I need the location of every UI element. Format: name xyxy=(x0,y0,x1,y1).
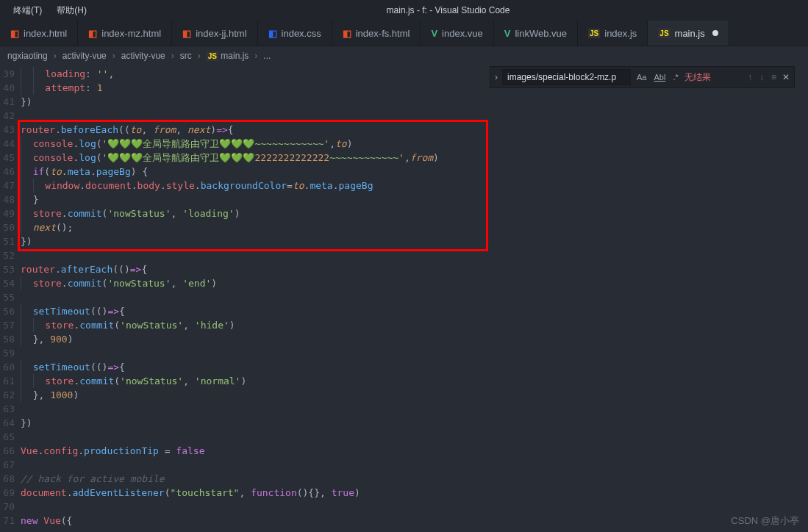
tab-index-css[interactable]: ◧index.css xyxy=(258,21,332,46)
code-line[interactable]: store.commit('nowStatus', 'hide') xyxy=(21,318,808,332)
line-number: 58 xyxy=(0,332,15,346)
html-icon: ◧ xyxy=(343,28,351,39)
line-number: 61 xyxy=(0,374,15,388)
editor[interactable]: 3940414243444546474849505152535455565758… xyxy=(0,65,808,532)
menu-terminal[interactable]: 终端(T) xyxy=(6,4,49,17)
code-line[interactable] xyxy=(21,458,808,472)
code-line[interactable]: window.document.body.style.backgroundCol… xyxy=(21,179,808,193)
code-line[interactable]: Vue.config.productionTip = false xyxy=(21,444,808,458)
line-number: 43 xyxy=(0,123,15,137)
line-number: 39 xyxy=(0,67,15,81)
code-line[interactable]: new Vue({ xyxy=(21,514,808,528)
find-word-icon[interactable]: Abl xyxy=(652,73,667,82)
code-line[interactable]: }, 1000) xyxy=(21,388,808,402)
code-line[interactable] xyxy=(21,500,808,514)
line-number: 40 xyxy=(0,81,15,95)
line-number: 62 xyxy=(0,388,15,402)
code-line[interactable]: store.commit('nowStatus', 'normal') xyxy=(21,374,808,388)
line-number: 70 xyxy=(0,500,15,514)
tab-index-jj-html[interactable]: ◧index-jj.html xyxy=(172,21,257,46)
breadcrumb-part[interactable]: ngxiaoting xyxy=(7,51,48,61)
breadcrumb-part[interactable]: src xyxy=(180,51,192,61)
tab-label: linkWeb.vue xyxy=(515,28,567,39)
tab-label: index-jj.html xyxy=(196,28,246,39)
line-number: 66 xyxy=(0,444,15,458)
menubar: 终端(T) 帮助(H) main.js - f: - Visual Studio… xyxy=(0,0,808,21)
tab-index-fs-html[interactable]: ◧index-fs.html xyxy=(332,21,421,46)
line-number: 52 xyxy=(0,248,15,262)
find-regex-icon[interactable]: .* xyxy=(671,73,679,82)
line-number: 71 xyxy=(0,514,15,528)
code-line[interactable] xyxy=(21,109,808,123)
code-area[interactable]: loading: '', attempt: 1})router.beforeEa… xyxy=(21,65,808,532)
find-selection-icon[interactable]: ≡ xyxy=(770,72,778,82)
breadcrumb-sep: › xyxy=(198,51,201,61)
tab-index-mz-html[interactable]: ◧index-mz.html xyxy=(78,21,172,46)
code-line[interactable]: next(); xyxy=(21,220,808,234)
breadcrumb-part[interactable]: activity-vue xyxy=(62,51,107,61)
breadcrumb[interactable]: ngxiaoting›activity-vue›activity-vue›src… xyxy=(0,46,808,65)
tab-label: index-fs.html xyxy=(356,28,410,39)
tab-index-html[interactable]: ◧index.html xyxy=(0,21,78,46)
find-close-icon[interactable]: ✕ xyxy=(782,72,790,82)
breadcrumb-part[interactable]: JS main.js xyxy=(207,51,249,61)
code-line[interactable]: } xyxy=(21,193,808,206)
code-line[interactable]: // hack for active mobile xyxy=(21,472,808,486)
line-number: 50 xyxy=(0,220,15,234)
html-icon: ◧ xyxy=(10,28,19,39)
tab-linkWeb-vue[interactable]: VlinkWeb.vue xyxy=(494,21,578,46)
tab-index-vue[interactable]: Vindex.vue xyxy=(421,21,493,46)
code-line[interactable] xyxy=(21,290,808,304)
code-line[interactable]: document.addEventListener("touchstart", … xyxy=(21,486,808,500)
line-number: 64 xyxy=(0,416,15,430)
code-line[interactable]: }) xyxy=(21,234,808,248)
code-line[interactable]: if(to.meta.pageBg) { xyxy=(21,165,808,179)
tab-label: index.vue xyxy=(442,28,483,39)
line-number: 59 xyxy=(0,346,15,360)
find-input[interactable] xyxy=(502,69,631,85)
breadcrumb-sep: › xyxy=(254,51,257,61)
line-number-gutter: 3940414243444546474849505152535455565758… xyxy=(0,65,21,532)
code-line[interactable] xyxy=(21,430,808,444)
code-line[interactable]: setTimeout(()=>{ xyxy=(21,304,808,318)
code-line[interactable]: router.afterEach(()=>{ xyxy=(21,262,808,276)
find-result-label: 无结果 xyxy=(684,71,711,84)
minimap[interactable] xyxy=(799,65,808,532)
code-line[interactable]: console.log('💚💚💚全局导航路由守卫💚💚💚~~~~~~~~~~~~'… xyxy=(21,137,808,151)
code-line[interactable]: }) xyxy=(21,416,808,430)
tab-index-js[interactable]: JSindex.js xyxy=(578,21,648,46)
tab-main-js[interactable]: JSmain.js xyxy=(648,21,729,46)
breadcrumb-part[interactable]: activity-vue xyxy=(121,51,165,61)
breadcrumb-sep: › xyxy=(54,51,57,61)
html-icon: ◧ xyxy=(88,28,97,39)
line-number: 54 xyxy=(0,276,15,290)
tab-label: index-mz.html xyxy=(101,28,161,39)
watermark: CSDN @唐小亭 xyxy=(731,514,799,528)
line-number: 47 xyxy=(0,179,15,193)
line-number: 63 xyxy=(0,402,15,416)
code-line[interactable]: console.log('💚💚💚全局导航路由守卫💚💚💚2222222222222… xyxy=(21,151,808,165)
find-prev-icon[interactable]: ↑ xyxy=(746,72,754,82)
tab-label: index.js xyxy=(604,28,637,39)
code-line[interactable]: store.commit('nowStatus', 'end') xyxy=(21,276,808,290)
line-number: 45 xyxy=(0,151,15,165)
js-icon: JS xyxy=(207,51,218,61)
line-number: 55 xyxy=(0,290,15,304)
menu-help[interactable]: 帮助(H) xyxy=(49,4,94,17)
find-next-icon[interactable]: ↓ xyxy=(758,72,765,82)
code-line[interactable]: }) xyxy=(21,95,808,109)
code-line[interactable] xyxy=(21,402,808,416)
tab-bar: ◧index.html◧index-mz.html◧index-jj.html◧… xyxy=(0,21,808,46)
line-number: 53 xyxy=(0,262,15,276)
code-line[interactable] xyxy=(21,248,808,262)
vue-icon: V xyxy=(431,28,437,39)
line-number: 68 xyxy=(0,472,15,486)
find-case-icon[interactable]: Aa xyxy=(635,73,648,82)
code-line[interactable]: router.beforeEach((to, from, next)=>{ xyxy=(21,123,808,137)
breadcrumb-part[interactable]: ... xyxy=(263,51,271,61)
code-line[interactable] xyxy=(21,346,808,360)
find-expand-icon[interactable]: › xyxy=(495,72,498,82)
code-line[interactable]: store.commit('nowStatus', 'loading') xyxy=(21,206,808,220)
code-line[interactable]: }, 900) xyxy=(21,332,808,346)
code-line[interactable]: setTimeout(()=>{ xyxy=(21,360,808,374)
